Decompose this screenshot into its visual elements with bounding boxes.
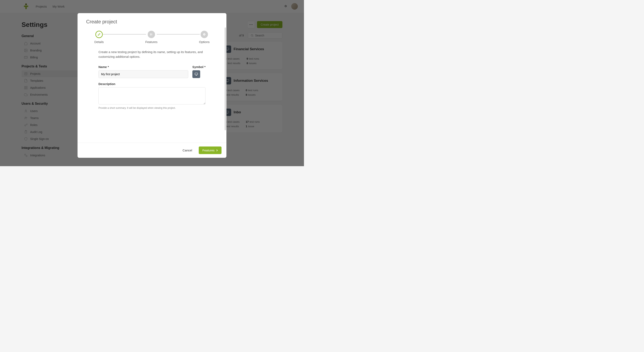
modal-intro-text: Create a new testing project by defining… [98, 50, 206, 59]
next-button-label: Features [202, 149, 214, 152]
symbol-picker[interactable] [192, 70, 200, 78]
step-options[interactable]: Options [199, 31, 210, 44]
description-input[interactable] [98, 87, 206, 104]
svg-point-35 [150, 34, 151, 34]
description-label: Description [98, 82, 206, 86]
step-label: Options [199, 40, 210, 44]
step-label: Features [145, 40, 157, 44]
edit-icon [98, 33, 100, 36]
step-details[interactable]: Details [94, 31, 104, 44]
next-button[interactable]: Features [199, 146, 222, 154]
scrollbar[interactable] [224, 27, 226, 130]
symbol-label: Symbol * [192, 65, 206, 69]
wizard-stepper: Details Features Options [94, 31, 210, 44]
chevron-right-icon [216, 149, 218, 152]
name-input[interactable] [98, 70, 188, 78]
list-icon [150, 33, 153, 36]
modal-title: Create project [86, 19, 218, 24]
step-circle [148, 31, 155, 38]
svg-point-36 [150, 34, 151, 35]
step-label: Details [94, 40, 104, 44]
modal-overlay: Create project Details Features [0, 0, 304, 166]
create-project-modal: Create project Details Features [78, 13, 226, 158]
svg-point-37 [150, 35, 151, 35]
svg-rect-38 [195, 73, 198, 75]
step-circle [200, 31, 208, 38]
step-circle [95, 31, 103, 38]
description-hint: Provide a short summary. It will be disp… [98, 106, 206, 109]
step-features[interactable]: Features [145, 31, 157, 44]
gear-icon [203, 33, 206, 36]
monitor-icon [194, 72, 198, 76]
name-label: Name * [98, 65, 188, 69]
cancel-button[interactable]: Cancel [180, 147, 195, 154]
modal-footer: Cancel Features [78, 143, 226, 158]
